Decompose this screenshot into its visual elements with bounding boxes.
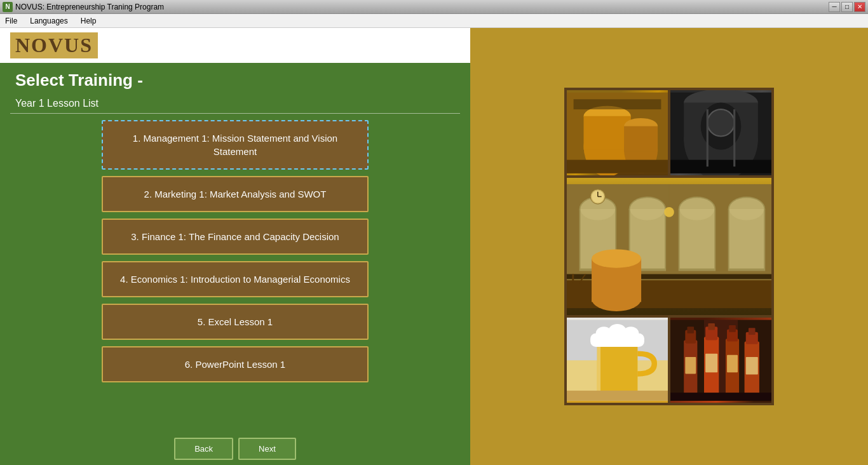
title-bar-left: N NOVUS: Entrepreneurship Traning Progra… xyxy=(3,2,164,12)
bottom-buttons: Back Next xyxy=(0,433,470,465)
menu-file[interactable]: File xyxy=(3,15,20,27)
next-button[interactable]: Next xyxy=(238,438,296,460)
svg-rect-14 xyxy=(670,160,771,173)
menu-languages[interactable]: Languages xyxy=(27,15,70,27)
svg-point-59 xyxy=(623,327,639,340)
logo-area: NOVUS xyxy=(0,28,470,63)
main-content: NOVUS Select Training - Year 1 Lesson Li… xyxy=(0,28,868,465)
svg-point-48 xyxy=(592,250,641,268)
svg-rect-8 xyxy=(574,99,661,109)
photo-beer-glass xyxy=(567,318,668,403)
lesson-button-2[interactable]: 2. Marketing 1: Market Analysis and SWOT xyxy=(102,176,369,212)
svg-rect-61 xyxy=(597,340,600,394)
lesson-button-1[interactable]: 1. Management 1: Mission Statement and V… xyxy=(102,120,369,170)
menu-help[interactable]: Help xyxy=(78,15,99,27)
title-bar-buttons: ─ □ ✕ xyxy=(829,2,865,12)
app-icon: N xyxy=(3,2,13,12)
window-title: NOVUS: Entrepreneurship Traning Program xyxy=(15,3,164,11)
lessons-list: 1. Management 1: Mission Statement and V… xyxy=(10,120,460,382)
back-button[interactable]: Back xyxy=(174,438,233,460)
svg-rect-76 xyxy=(749,328,756,335)
svg-rect-80 xyxy=(746,356,758,374)
logo-text: NOVUS xyxy=(10,32,98,58)
lesson-button-3[interactable]: 3. Finance 1: The Finance and Capacity D… xyxy=(102,219,369,255)
left-panel: NOVUS Select Training - Year 1 Lesson Li… xyxy=(0,28,470,465)
svg-rect-7 xyxy=(567,160,668,173)
photo-brewery-interior xyxy=(567,178,771,314)
close-button[interactable]: ✕ xyxy=(854,2,865,12)
svg-rect-78 xyxy=(705,353,717,372)
menu-bar: File Languages Help xyxy=(0,14,868,28)
year-label: Year 1 Lesson List xyxy=(10,94,460,114)
right-panel xyxy=(470,28,868,465)
svg-rect-81 xyxy=(670,393,771,401)
svg-rect-77 xyxy=(685,356,696,374)
svg-rect-60 xyxy=(597,347,638,394)
page-title: Select Training - xyxy=(0,63,470,94)
lesson-button-6[interactable]: 6. PowerPoint Lesson 1 xyxy=(102,346,369,382)
svg-rect-70 xyxy=(708,323,715,330)
title-bar: N NOVUS: Entrepreneurship Traning Progra… xyxy=(0,0,868,14)
photo-brewery-2 xyxy=(670,90,771,175)
photo-brewery-1 xyxy=(567,90,668,175)
svg-point-36 xyxy=(729,198,764,220)
svg-point-28 xyxy=(630,198,665,220)
photo-bottles xyxy=(670,318,771,403)
maximize-button[interactable]: □ xyxy=(841,2,853,12)
svg-point-32 xyxy=(680,198,715,220)
svg-rect-73 xyxy=(729,325,736,332)
svg-point-15 xyxy=(707,109,734,136)
svg-rect-6 xyxy=(624,126,658,152)
lesson-list-container[interactable]: Year 1 Lesson List 1. Management 1: Miss… xyxy=(0,94,470,433)
svg-rect-79 xyxy=(727,354,738,372)
svg-rect-62 xyxy=(567,390,668,400)
minimize-button[interactable]: ─ xyxy=(829,2,840,12)
lesson-button-5[interactable]: 5. Excel Lesson 1 xyxy=(102,304,369,340)
lesson-button-4[interactable]: 4. Economics 1: Introduction to Manageri… xyxy=(102,261,369,297)
svg-rect-67 xyxy=(688,327,695,334)
svg-point-45 xyxy=(664,208,674,218)
svg-rect-3 xyxy=(584,116,631,150)
photo-collage xyxy=(564,88,774,405)
